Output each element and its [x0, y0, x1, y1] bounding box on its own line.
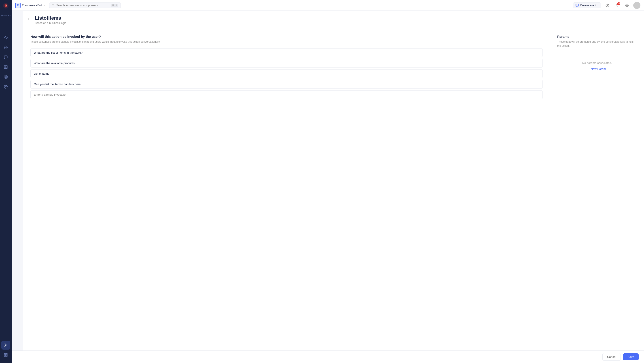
search-icon	[52, 4, 54, 7]
sidebar-item-integrations[interactable]	[1, 43, 10, 52]
svg-rect-3	[6, 65, 8, 67]
svg-rect-17	[6, 356, 8, 357]
svg-line-11	[5, 77, 5, 78]
main-wrapper: Listofitems Based on a business logic Ho…	[23, 11, 644, 363]
svg-rect-4	[4, 67, 6, 69]
cancel-button[interactable]: Cancel	[602, 353, 621, 361]
sidebar-item-flows[interactable]	[1, 33, 10, 42]
page-header: Listofitems Based on a business logic	[23, 11, 644, 28]
search-bar[interactable]: ⌘+K	[49, 2, 121, 8]
help-button[interactable]	[604, 2, 611, 9]
svg-rect-16	[4, 356, 5, 357]
invocation-input[interactable]	[30, 90, 543, 99]
svg-line-19	[54, 6, 54, 6]
environment-icon	[575, 3, 579, 7]
no-params-message: No params associated. + New Param	[557, 61, 637, 71]
invocations-title: How will this action be invoked by the u…	[30, 35, 543, 38]
params-section: Params These data will be prompted one b…	[550, 28, 644, 351]
save-button[interactable]: Save	[623, 354, 639, 360]
topbar-right: Development ▾ 15	[573, 2, 640, 9]
search-shortcut: ⌘+K	[111, 4, 118, 7]
notification-badge: 15	[617, 2, 620, 5]
sidebar-logo	[0, 0, 12, 12]
brand-chevron-icon: ▾	[44, 4, 45, 6]
svg-line-8	[5, 76, 5, 76]
invocation-item-1[interactable]: What are the available products	[30, 59, 543, 67]
svg-rect-14	[4, 354, 5, 355]
environment-label: Development	[580, 4, 596, 7]
svg-rect-5	[6, 67, 8, 69]
params-title: Params	[557, 35, 637, 38]
svg-point-12	[5, 86, 6, 87]
search-input[interactable]	[56, 4, 109, 7]
invocation-item-2[interactable]: List of items	[30, 69, 543, 78]
brand-name: EcommerceBot	[22, 3, 42, 7]
environment-chevron-icon: ▾	[598, 4, 598, 6]
sidebar-item-grid[interactable]	[1, 351, 10, 360]
topbar: E EcommerceBot ▾ ⌘+K Development ▾ 15	[12, 0, 644, 11]
services-label-wrap: Services	[1, 13, 11, 17]
svg-point-20	[606, 4, 609, 7]
brand-selector[interactable]: E EcommerceBot ▾	[15, 3, 45, 8]
invocations-desc: These sentences are the sample invocatio…	[30, 40, 543, 44]
svg-point-1	[5, 47, 6, 48]
sidebar-item-settings[interactable]	[1, 82, 10, 91]
svg-rect-15	[6, 354, 8, 355]
svg-point-22	[626, 5, 628, 6]
page-title: Listofitems	[35, 15, 638, 21]
content-area: How will this action be invoked by the u…	[23, 28, 644, 351]
invocation-item-3[interactable]: Can you list the items i can buy here	[30, 80, 543, 88]
brand-letter: E	[15, 3, 20, 8]
invocation-item-0[interactable]: What are the list of items in the store?	[30, 48, 543, 57]
sidebar: Services	[0, 0, 12, 363]
svg-line-10	[6, 76, 7, 76]
new-param-button[interactable]: + New Param	[557, 67, 637, 71]
svg-rect-2	[4, 65, 6, 67]
page-subtitle: Based on a business logic	[35, 21, 638, 24]
footer: Cancel Save	[23, 351, 644, 363]
sidebar-item-analytics[interactable]	[1, 53, 10, 62]
sidebar-bottom	[1, 339, 10, 361]
sidebar-item-components[interactable]	[1, 63, 10, 71]
svg-line-9	[6, 77, 7, 78]
settings-button[interactable]	[624, 2, 630, 9]
avatar[interactable]	[633, 2, 640, 9]
sidebar-item-tools[interactable]	[1, 341, 10, 350]
environment-selector[interactable]: Development ▾	[573, 2, 601, 8]
sidebar-services-label: Services	[1, 14, 11, 16]
notifications-button[interactable]: 15	[614, 2, 621, 9]
svg-point-13	[5, 345, 6, 346]
invocations-section: How will this action be invoked by the u…	[23, 28, 550, 351]
params-desc: These data will be prompted one by one c…	[557, 40, 637, 48]
sidebar-nav	[1, 31, 10, 339]
no-params-text: No params associated.	[582, 61, 612, 65]
sidebar-item-support[interactable]	[1, 72, 10, 81]
back-button[interactable]	[27, 17, 31, 22]
